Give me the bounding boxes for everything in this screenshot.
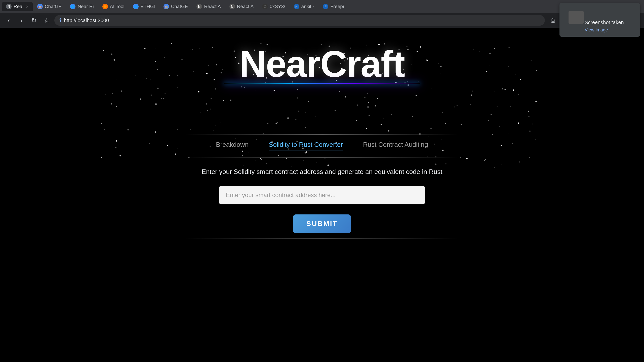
description-text: Enter your Solidity smart contract addre…	[202, 168, 442, 176]
tab-5[interactable]: 🌐 ETHGl	[129, 2, 159, 11]
tab-favicon-8: N	[229, 4, 235, 9]
tab-favicon-3: 🌐	[70, 4, 75, 9]
tabs-bottom-border	[186, 157, 458, 158]
tab-close-active[interactable]: ✕	[25, 4, 29, 9]
tab-3[interactable]: 🌐 Near Ri	[66, 2, 98, 11]
app-title: NearCraft	[239, 43, 405, 85]
reload-button[interactable]: ↻	[29, 16, 39, 25]
screenshot-thumbnail	[569, 11, 584, 24]
tab-8[interactable]: N React A	[225, 2, 258, 11]
tab-favicon-2: 🤖	[37, 4, 43, 9]
forward-button[interactable]: ›	[17, 16, 26, 25]
share-button[interactable]: ⎙	[548, 15, 558, 25]
tab-2[interactable]: 🤖 ChatGF	[33, 2, 66, 11]
view-image-button[interactable]: View image	[585, 27, 635, 33]
glow-line	[224, 83, 420, 84]
tab-7[interactable]: N React A	[192, 2, 225, 11]
tab-favicon-11: F	[323, 4, 328, 9]
bookmark-button[interactable]: ☆	[42, 16, 51, 25]
tab-11[interactable]: F Freepi	[319, 2, 348, 11]
browser-chrome: N Rea ✕ 🤖 ChatGF 🌐 Near Ri 🔶 AI Tool 🌐 E…	[0, 0, 644, 28]
tab-favicon-active: N	[6, 4, 12, 9]
tab-favicon-10: N	[294, 4, 299, 9]
tab-favicon-5: 🌐	[133, 4, 139, 9]
address-text: http://localhost:3000	[64, 18, 109, 23]
screenshot-notification: Screenshot taken View image	[559, 3, 640, 37]
contract-address-input[interactable]	[219, 186, 425, 204]
tabs-row: Breakdown Solidity to Rust Converter Rus…	[186, 135, 458, 157]
back-button[interactable]: ‹	[4, 16, 14, 25]
tab-label-4: AI Tool	[110, 4, 125, 9]
screenshot-title: Screenshot taken	[585, 20, 635, 25]
tab-4[interactable]: 🔶 AI Tool	[98, 2, 129, 11]
tab-favicon-9: ⬡	[262, 4, 268, 9]
bottom-border	[186, 238, 458, 239]
tabs-container: Breakdown Solidity to Rust Converter Rus…	[186, 134, 458, 158]
address-bar[interactable]: ℹ http://localhost:3000	[54, 15, 545, 26]
tab-label-3: Near Ri	[77, 4, 94, 9]
tab-favicon-6: 🤖	[164, 4, 169, 9]
tab-9[interactable]: ⬡ 0xSY3/	[258, 2, 289, 11]
tab-label-8: React A	[237, 4, 254, 9]
tab-converter[interactable]: Solidity to Rust Converter	[269, 141, 343, 151]
tab-label-active: Rea	[14, 4, 22, 9]
tab-label-6: ChatGE	[171, 4, 188, 9]
tab-label-2: ChatGF	[45, 4, 62, 9]
content-area: Enter your Solidity smart contract addre…	[186, 168, 458, 233]
tab-label-5: ETHGl	[141, 4, 155, 9]
tab-breakdown[interactable]: Breakdown	[216, 141, 249, 151]
tab-label-9: 0xSY3/	[270, 4, 285, 9]
submit-button[interactable]: SUBMIT	[293, 214, 351, 233]
tab-label-11: Freepi	[330, 4, 344, 9]
app-content: NearCraft Breakdown Solidity to Rust Con…	[0, 28, 644, 362]
tab-auditing[interactable]: Rust Contract Auditing	[363, 141, 428, 151]
tab-6[interactable]: 🤖 ChatGE	[159, 2, 192, 11]
info-icon: ℹ	[59, 17, 61, 23]
tab-label-10: ankit -	[301, 4, 314, 9]
tab-favicon-7: N	[196, 4, 202, 9]
tab-active[interactable]: N Rea ✕	[2, 2, 33, 11]
nav-bar: ‹ › ↻ ☆ ℹ http://localhost:3000 ⎙ 🦁 ▲ A …	[0, 13, 644, 28]
tab-label-7: React A	[204, 4, 221, 9]
tab-favicon-4: 🔶	[102, 4, 108, 9]
tab-bar: N Rea ✕ 🤖 ChatGF 🌐 Near Ri 🔶 AI Tool 🌐 E…	[0, 0, 644, 13]
tab-10[interactable]: N ankit -	[290, 2, 318, 11]
